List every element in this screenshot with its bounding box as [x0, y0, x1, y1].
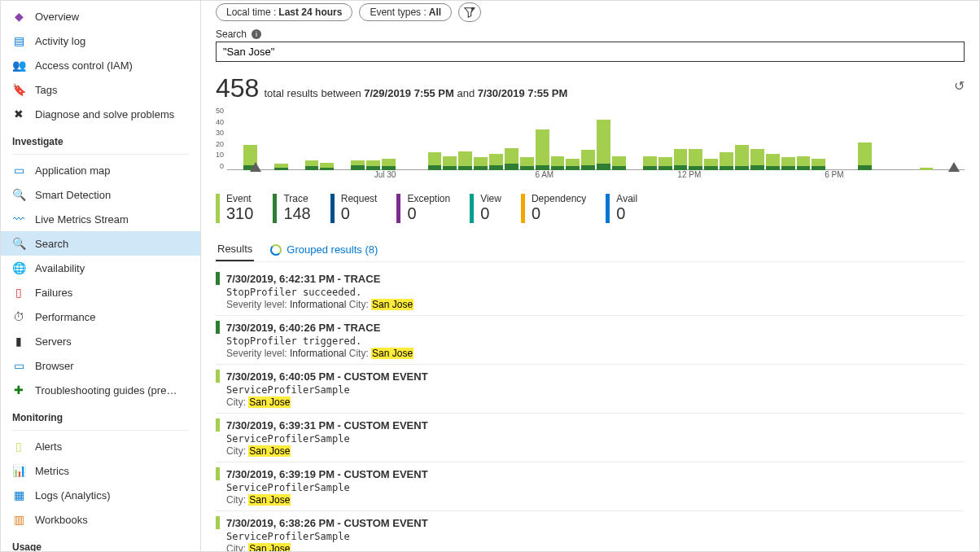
sidebar-item-troubleshoot[interactable]: ✚Troubleshooting guides (pre… — [1, 378, 200, 402]
chart-bar[interactable] — [305, 160, 319, 170]
main-content[interactable]: Local time : Last 24 hours Event types :… — [201, 1, 979, 551]
chart-bar[interactable] — [458, 151, 472, 170]
sidebar-item-diagnose[interactable]: ✖Diagnose and solve problems — [1, 102, 200, 126]
legend-item-dependency[interactable]: Dependency0 — [521, 193, 586, 223]
legend-label: Event — [226, 193, 253, 204]
sidebar-item-avail[interactable]: 🌐Availability — [1, 256, 200, 280]
result-row[interactable]: 7/30/2019, 6:39:19 PM - CUSTOM EVENTServ… — [216, 462, 965, 511]
chart-bar[interactable] — [643, 156, 657, 170]
chart-bar[interactable] — [474, 157, 488, 170]
sidebar-item-smart[interactable]: 🔍Smart Detection — [1, 182, 200, 207]
chart-plot[interactable] — [227, 107, 965, 170]
info-icon[interactable]: i — [252, 29, 261, 39]
chart-bar[interactable] — [428, 152, 442, 170]
result-row[interactable]: 7/30/2019, 6:40:26 PM - TRACEStopProfile… — [216, 316, 965, 365]
summary-text: total results between — [264, 87, 361, 99]
result-metadata: City: San Jose — [226, 543, 965, 551]
chart-bar[interactable] — [520, 157, 534, 170]
chart-bar[interactable] — [274, 164, 288, 170]
sidebar-item-overview[interactable]: ◆Overview — [1, 4, 200, 28]
chart-bar[interactable] — [566, 159, 580, 170]
result-row[interactable]: 7/30/2019, 6:39:31 PM - CUSTOM EVENTServ… — [216, 414, 965, 462]
legend-item-avail[interactable]: Avail0 — [606, 193, 637, 223]
chart-bar[interactable] — [612, 156, 626, 170]
sidebar[interactable]: ◆Overview▤Activity log👥Access control (I… — [1, 1, 201, 551]
sidebar-item-servers[interactable]: ▮Servers — [1, 329, 200, 353]
sidebar-item-label: Tags — [35, 84, 57, 96]
time-filter-pill[interactable]: Local time : Last 24 hours — [216, 3, 352, 21]
sidebar-item-metrics[interactable]: 📊Metrics — [1, 458, 200, 483]
results-summary: 458 total results between 7/29/2019 7:55… — [216, 73, 965, 103]
chart-bar[interactable] — [750, 149, 764, 171]
legend-label: Request — [341, 193, 378, 204]
chart-bar[interactable] — [704, 159, 718, 170]
tags-icon: 🔖 — [12, 83, 25, 96]
result-timestamp: 7/30/2019, 6:39:19 PM - CUSTOM EVENT — [226, 468, 428, 480]
sidebar-item-browser[interactable]: ▭Browser — [1, 353, 200, 378]
result-metadata: Severity level: Informational City: San … — [226, 299, 965, 310]
sidebar-item-activity[interactable]: ▤Activity log — [1, 28, 200, 53]
servers-icon: ▮ — [12, 335, 25, 348]
sidebar-item-tags[interactable]: 🔖Tags — [1, 77, 200, 102]
legend-item-trace[interactable]: Trace148 — [273, 193, 310, 223]
tab-results[interactable]: Results — [216, 238, 254, 261]
chart-bar[interactable] — [858, 142, 872, 170]
sidebar-item-label: Availability — [35, 262, 85, 274]
sidebar-item-perf[interactable]: ⏱Performance — [1, 304, 200, 329]
search-input[interactable] — [216, 42, 965, 62]
history-icon[interactable]: ↺ — [954, 78, 965, 94]
chart-bar[interactable] — [597, 120, 610, 170]
event-types-pill[interactable]: Event types : All — [359, 3, 452, 21]
legend-item-event[interactable]: Event310 — [216, 193, 253, 223]
result-row[interactable]: 7/30/2019, 6:40:05 PM - CUSTOM EVENTServ… — [216, 365, 965, 414]
chart-bar[interactable] — [581, 150, 595, 170]
legend-item-exception[interactable]: Exception0 — [396, 193, 450, 223]
sidebar-item-search[interactable]: 🔍Search — [1, 231, 200, 256]
chart-bar[interactable] — [766, 154, 780, 170]
sidebar-item-workbooks[interactable]: ▥Workbooks — [1, 507, 200, 532]
avail-icon: 🌐 — [12, 261, 25, 274]
chart-bar[interactable] — [658, 157, 672, 170]
chart-bar[interactable] — [366, 160, 380, 170]
sidebar-item-label: Diagnose and solve problems — [35, 108, 174, 120]
tab-grouped-results[interactable]: Grouped results (8) — [269, 238, 379, 261]
result-row[interactable]: 7/30/2019, 6:38:26 PM - CUSTOM EVENTServ… — [216, 511, 965, 551]
legend-item-view[interactable]: View0 — [470, 193, 501, 223]
result-metadata: City: San Jose — [226, 445, 965, 457]
sidebar-item-livemetrics[interactable]: 〰Live Metrics Stream — [1, 207, 200, 231]
add-filter-icon — [464, 7, 475, 18]
chart-bar[interactable] — [689, 149, 702, 171]
chart-bar[interactable] — [797, 156, 811, 170]
chart-bar[interactable] — [551, 156, 565, 170]
result-timestamp: 7/30/2019, 6:42:31 PM - TRACE — [226, 273, 380, 285]
chart-bar[interactable] — [320, 163, 334, 170]
chart-bar[interactable] — [781, 157, 795, 170]
chart-bar[interactable] — [674, 149, 688, 171]
legend-item-request[interactable]: Request0 — [330, 193, 378, 223]
timeline-chart[interactable]: 50403020100 Jul 306 AM12 PM6 PM — [216, 107, 965, 185]
result-row[interactable]: 7/30/2019, 6:42:31 PM - TRACEStopProfile… — [216, 267, 965, 316]
result-type-bar — [216, 418, 220, 432]
chart-bar[interactable] — [443, 156, 457, 170]
chart-bar[interactable] — [735, 145, 749, 170]
chart-bar[interactable] — [536, 129, 549, 170]
chart-yaxis: 50403020100 — [216, 107, 227, 170]
chart-bar[interactable] — [489, 154, 503, 170]
sidebar-item-label: Troubleshooting guides (pre… — [35, 384, 177, 396]
search-section: Search i — [216, 28, 965, 62]
chart-bar[interactable] — [505, 148, 518, 170]
chart-bar[interactable] — [720, 152, 733, 170]
workbooks-icon: ▥ — [12, 513, 25, 526]
filter-bar: Local time : Last 24 hours Event types :… — [216, 1, 965, 22]
add-filter-button[interactable] — [458, 2, 481, 22]
perf-icon: ⏱ — [12, 310, 25, 323]
chart-bar[interactable] — [812, 159, 825, 170]
legend-color-bar — [216, 194, 220, 223]
sidebar-item-logs[interactable]: ▦Logs (Analytics) — [1, 483, 200, 507]
sidebar-item-failures[interactable]: ▯Failures — [1, 280, 200, 304]
chart-bar[interactable] — [382, 159, 396, 170]
sidebar-item-alerts[interactable]: ▯Alerts — [1, 434, 200, 458]
sidebar-item-appmap[interactable]: ▭Application map — [1, 158, 200, 182]
chart-bar[interactable] — [351, 160, 365, 170]
sidebar-item-iam[interactable]: 👥Access control (IAM) — [1, 53, 200, 77]
